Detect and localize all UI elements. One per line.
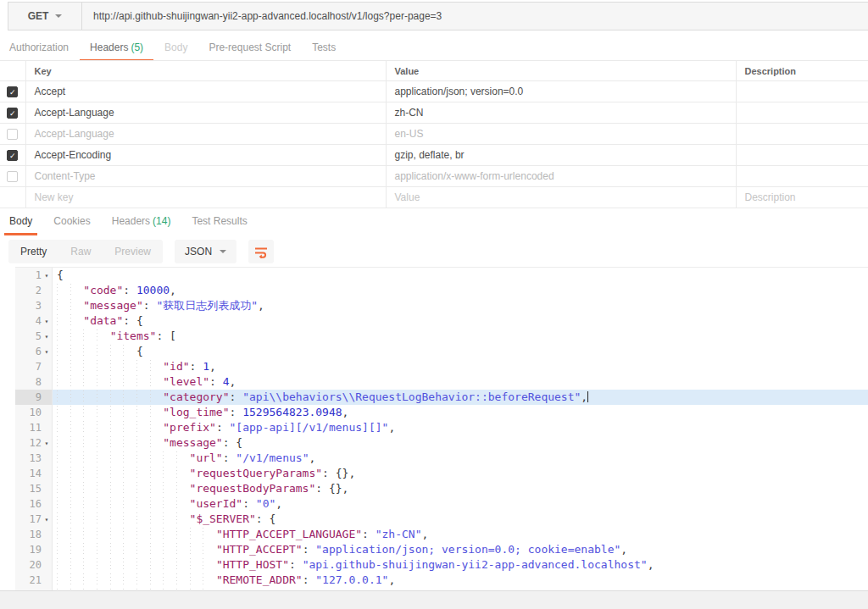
indent-guide (83, 329, 97, 342)
new-value-input[interactable]: Value (386, 187, 736, 208)
new-key-input[interactable]: New key (25, 187, 386, 208)
line-number-gutter: 5▾ (15, 329, 53, 344)
request-tabs: AuthorizationHeaders(5)BodyPre-request S… (9, 42, 336, 62)
header-value-cell[interactable]: gzip, deflate, br (386, 145, 736, 166)
fold-arrow-icon[interactable]: ▾ (42, 313, 52, 329)
indent-guide (70, 406, 84, 418)
tab-request-pre-request-script[interactable]: Pre-request Script (209, 42, 291, 62)
line-number-gutter: 10 (15, 405, 53, 420)
indent-guide (150, 390, 164, 403)
new-description-input[interactable]: Description (736, 187, 868, 208)
header-description-cell[interactable] (736, 166, 868, 187)
line-number: 15 (30, 481, 42, 496)
indent-guide (150, 375, 164, 388)
fold-arrow-icon[interactable]: ▾ (42, 329, 52, 344)
indent-guide (70, 390, 84, 403)
code-line-13: 13 "url": "/v1/menus", (15, 451, 868, 466)
code-text: "id": 1, (53, 359, 868, 374)
tab-response-headers[interactable]: Headers(14) (112, 215, 171, 235)
line-number-gutter: 14 (15, 466, 53, 481)
method-dropdown[interactable]: GET (8, 3, 82, 30)
header-key-cell[interactable]: Accept-Encoding (25, 145, 386, 166)
code-token: "/v1/menus" (236, 451, 309, 464)
format-select[interactable]: JSON (175, 240, 236, 263)
indent-guide (176, 573, 190, 586)
header-description-cell[interactable] (736, 124, 868, 145)
checkbox-checked[interactable]: ✓ (7, 108, 18, 119)
header-value-cell[interactable]: zh-CN (386, 102, 736, 124)
line-number: 13 (30, 451, 42, 466)
indent-guide (70, 573, 84, 586)
line-number: 12 (30, 435, 42, 451)
indent-guide (203, 543, 216, 556)
fold-arrow-icon[interactable]: ▾ (42, 344, 52, 359)
code-line-6: 6▾ { (15, 344, 868, 359)
tab-request-authorization[interactable]: Authorization (9, 42, 69, 62)
tab-response-body[interactable]: Body (9, 215, 32, 235)
view-mode-raw[interactable]: Raw (58, 240, 103, 263)
indent-guide (123, 360, 136, 373)
tab-request-headers[interactable]: Headers(5) (90, 42, 143, 62)
line-number-gutter: 6▾ (15, 344, 53, 359)
url-input[interactable]: http://api.github-shuijingwan-yii2-app-a… (82, 3, 868, 30)
code-token: : (289, 558, 303, 571)
header-key-cell[interactable]: Accept-Language (25, 102, 386, 124)
indent-guide (136, 558, 150, 571)
response-body-editor[interactable]: 1▾{2 "code": 10000,3 "message": "获取日志列表成… (15, 267, 868, 590)
header-description-cell[interactable] (736, 81, 868, 102)
code-token: , (258, 299, 264, 312)
header-key-cell[interactable]: Accept (25, 81, 386, 102)
indent-guide (176, 528, 190, 540)
code-line-15: 15 "requestBodyParams": {}, (15, 481, 868, 496)
wrap-lines-button[interactable] (248, 240, 274, 263)
line-number: 19 (30, 542, 42, 557)
checkbox-cell (0, 166, 25, 187)
response-tabs: BodyCookiesHeaders(14)Test Results (9, 215, 248, 235)
header-value-cell[interactable]: en-US (386, 124, 736, 145)
tab-request-body[interactable]: Body (164, 42, 187, 62)
code-token: "url" (190, 451, 223, 464)
view-mode-preview[interactable]: Preview (103, 240, 163, 263)
code-token: , (230, 375, 236, 388)
request-headers-table: Key Value Description ✓Acceptapplication… (0, 60, 868, 208)
fold-arrow-icon[interactable]: ▾ (42, 512, 52, 527)
line-number: 6 (36, 344, 42, 359)
editor-bottom-scroll-track[interactable] (0, 590, 868, 609)
code-token: { (57, 269, 64, 281)
header-key-cell[interactable]: Accept-Language (25, 124, 386, 145)
code-line-4: 4▾ "data": { (15, 313, 868, 329)
checkbox-checked[interactable]: ✓ (7, 150, 18, 161)
line-number-gutter: 18 (15, 527, 53, 542)
chevron-down-icon (220, 250, 226, 253)
view-mode-segmented-control: PrettyRawPreview (8, 240, 163, 263)
code-text: "userId": "0", (53, 496, 868, 512)
indent-guide (97, 345, 110, 357)
code-token: : {}, (322, 467, 355, 479)
method-label: GET (28, 10, 49, 22)
header-value-cell[interactable]: application/json; version=0.0 (386, 81, 736, 102)
indent-guide (150, 543, 164, 556)
indent-guide (97, 421, 110, 434)
fold-arrow-icon[interactable]: ▾ (42, 268, 52, 283)
code-text: "message": "获取日志列表成功", (53, 298, 868, 313)
code-line-20: 20 "HTTP_HOST": "api.github-shuijingwan-… (15, 557, 868, 573)
checkbox-checked[interactable]: ✓ (7, 86, 18, 97)
indent-guide (163, 528, 176, 540)
indent-guide (136, 406, 150, 418)
checkbox-unchecked[interactable] (7, 129, 18, 140)
indent-guide (136, 360, 150, 373)
fold-arrow-icon[interactable]: ▾ (42, 435, 52, 451)
code-text: { (53, 268, 868, 283)
checkbox-unchecked[interactable] (7, 171, 18, 182)
header-description-cell[interactable] (736, 145, 868, 166)
indent-guide (136, 528, 150, 540)
tab-response-test-results[interactable]: Test Results (192, 215, 247, 235)
indent-guide (163, 482, 176, 495)
tab-response-cookies[interactable]: Cookies (53, 215, 90, 235)
indent-guide (110, 482, 124, 495)
header-description-cell[interactable] (736, 102, 868, 124)
view-mode-pretty[interactable]: Pretty (8, 240, 58, 263)
header-value-cell[interactable]: application/x-www-form-urlencoded (386, 166, 736, 187)
tab-request-tests[interactable]: Tests (312, 42, 336, 62)
header-key-cell[interactable]: Content-Type (25, 166, 386, 187)
